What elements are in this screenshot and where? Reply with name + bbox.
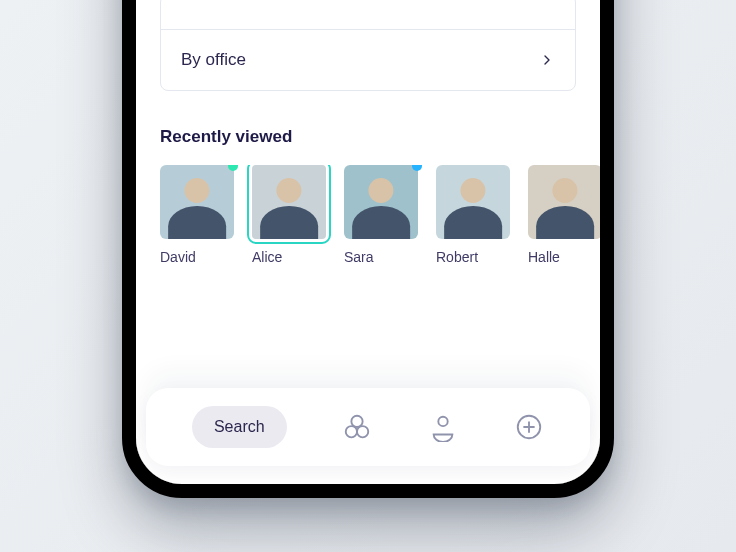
person-card[interactable]: David [160,165,234,265]
person-card[interactable]: Robert [436,165,510,265]
status-dot [228,165,238,171]
person-name: Sara [344,249,418,265]
person-name: Alice [252,249,326,265]
person-name: Robert [436,249,510,265]
person-card[interactable]: Halle [528,165,600,265]
filter-row-placeholder [161,0,575,29]
tabbar-container: Search [136,388,600,484]
status-dot [412,165,422,171]
svg-point-1 [346,426,357,437]
avatar[interactable] [528,165,600,239]
recently-viewed-strip[interactable]: DavidAliceSaraRobertHalle [160,165,600,265]
avatar[interactable] [252,165,326,239]
filter-label: By office [181,50,246,70]
person-card[interactable]: Sara [344,165,418,265]
chevron-right-icon [539,52,555,68]
avatar-silhouette [252,165,326,239]
person-card[interactable]: Alice [252,165,326,265]
person-name: David [160,249,234,265]
groups-icon[interactable] [342,412,372,442]
avatar[interactable] [344,165,418,239]
svg-point-3 [439,417,448,426]
person-name: Halle [528,249,600,265]
content-area: By office Recently viewed DavidAliceSara… [136,0,600,388]
avatar-silhouette [344,165,418,239]
avatar[interactable] [160,165,234,239]
phone-frame: By office Recently viewed DavidAliceSara… [122,0,614,498]
svg-point-2 [357,426,368,437]
avatar-silhouette [528,165,600,239]
profile-icon[interactable] [428,412,458,442]
svg-point-0 [352,416,363,427]
tab-search[interactable]: Search [192,406,287,448]
avatar-silhouette [160,165,234,239]
filter-row-by-office[interactable]: By office [161,29,575,90]
tabbar: Search [146,388,590,466]
screen: By office Recently viewed DavidAliceSara… [136,0,600,484]
plus-icon[interactable] [514,412,544,442]
avatar[interactable] [436,165,510,239]
filter-card: By office [160,0,576,91]
recently-viewed-heading: Recently viewed [160,127,576,147]
avatar-silhouette [436,165,510,239]
